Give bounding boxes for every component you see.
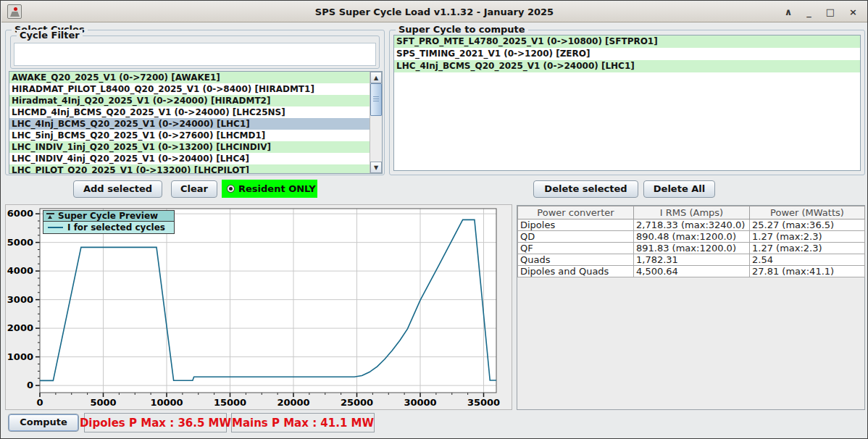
series-line-swatch (48, 227, 63, 228)
super-cycle-list: SFT_PRO_MTE_L4780_2025_V1 (0->10800) [SF… (393, 35, 861, 171)
table-cell: Quads (518, 254, 634, 266)
cycle-item[interactable]: LHC_INDIV_4inj_Q20_2025_V1 (0->20400) [L… (9, 153, 370, 164)
cycle-item[interactable]: LHCMD_4Inj_BCMS_Q20_2025_V1 (0->24000) [… (9, 106, 370, 118)
legend-header[interactable]: Super Cycle Preview (43, 211, 174, 222)
table-cell: 2,718.33 (max:3240.0) (634, 220, 750, 231)
cycle-item[interactable]: SFT_PRO_MTE_L4780_2025_V1 (0->10800) [SF… (394, 35, 860, 48)
resident-only-label: Resident ONLY (238, 183, 316, 194)
mains-pmax-badge: Mains P Max : 41.1 MW (231, 413, 375, 432)
table-cell: Dipoles (518, 220, 634, 231)
chart-legend[interactable]: Super Cycle Preview I for selected cycle… (43, 210, 175, 234)
column-header: Power converter (518, 206, 634, 220)
svg-text:30000: 30000 (404, 397, 436, 408)
scroll-down-icon[interactable]: ▼ (370, 162, 382, 173)
svg-text:6000: 6000 (7, 208, 33, 219)
column-header: I RMS (Amps) (634, 206, 750, 220)
scrollbar-thumb[interactable] (370, 83, 382, 116)
select-cycles-panel: Select Cycles Cycle Filter AWAKE_Q20_202… (5, 30, 385, 175)
maximize-icon[interactable]: □ (826, 1, 835, 22)
legend-entry[interactable]: I for selected cycles (43, 222, 174, 233)
cycle-filter-title: Cycle Filter (17, 30, 83, 41)
cycle-filter-group: Cycle Filter (10, 35, 380, 69)
svg-text:10000: 10000 (150, 397, 183, 408)
table-cell: 890.48 (max:1200.0) (634, 231, 750, 243)
window-controls: ∧ _ □ × (785, 1, 857, 22)
power-table-panel: Power converterI RMS (Amps)Power (MWatts… (517, 205, 865, 410)
table-cell: 1.27 (max:2.3) (750, 231, 865, 243)
svg-text:3000: 3000 (7, 294, 33, 305)
scroll-up-icon[interactable]: ▲ (370, 72, 382, 83)
cycle-list: AWAKE_Q20_2025_V1 (0->7200) [AWAKE1]HIRA… (9, 71, 383, 174)
table-cell: QF (518, 243, 634, 254)
table-cell: Dipoles and Quads (518, 266, 634, 277)
table-cell: 1,782.31 (634, 254, 750, 266)
legend-title: Super Cycle Preview (58, 211, 158, 222)
svg-text:1000: 1000 (7, 351, 33, 362)
table-cell: 1.27 (max:2.3) (750, 243, 865, 254)
delete-all-button[interactable]: Delete All (643, 180, 715, 198)
cycle-item[interactable]: LHC_4Inj_BCMS_Q20_2025_V1 (0->24000) [LH… (9, 118, 370, 130)
table-row[interactable]: QF891.83 (max:1200.0)1.27 (max:2.3) (518, 243, 865, 254)
table-cell: 25.27 (max:36.5) (750, 220, 865, 231)
radio-selected-icon[interactable] (227, 185, 235, 193)
cycle-list-scrollbar[interactable]: ▲ ▼ (370, 72, 382, 173)
table-cell: 4,500.64 (634, 266, 750, 277)
shade-icon[interactable]: ∧ (785, 1, 793, 22)
super-cycle-panel: Super Cycle to compute SFT_PRO_MTE_L4780… (389, 30, 865, 175)
title-bar[interactable]: SPS Super Cycle Load v1.1.32 - January 2… (1, 1, 867, 22)
svg-text:15000: 15000 (214, 397, 246, 408)
close-icon[interactable]: × (849, 1, 857, 22)
delete-selected-button[interactable]: Delete selected (533, 180, 638, 198)
svg-text:20000: 20000 (277, 397, 309, 408)
svg-text:0: 0 (36, 397, 43, 408)
power-table-header-row[interactable]: Power converterI RMS (Amps)Power (MWatts… (518, 206, 865, 220)
table-row[interactable]: Dipoles2,718.33 (max:3240.0)25.27 (max:3… (518, 220, 865, 231)
table-cell: 891.83 (max:1200.0) (634, 243, 750, 254)
add-selected-button[interactable]: Add selected (73, 180, 162, 198)
clear-button[interactable]: Clear (171, 180, 217, 198)
cycle-item[interactable]: AWAKE_Q20_2025_V1 (0->7200) [AWAKE1] (9, 72, 370, 83)
table-cell: 27.81 (max:41.1) (750, 266, 865, 277)
cycle-item[interactable]: Hiradmat_4Inj_Q20_2025_V1 (0->24000) [HI… (9, 95, 370, 106)
cycle-filter-input[interactable] (14, 43, 376, 66)
table-row[interactable]: Quads1,782.312.54 (518, 254, 865, 266)
svg-text:4000: 4000 (7, 265, 33, 276)
power-table: Power converterI RMS (Amps)Power (MWatts… (517, 206, 865, 277)
table-row[interactable]: QD890.48 (max:1200.0)1.27 (max:2.3) (518, 231, 865, 243)
super-cycle-title: Super Cycle to compute (396, 24, 528, 35)
cycle-list-rows: AWAKE_Q20_2025_V1 (0->7200) [AWAKE1]HIRA… (9, 72, 370, 173)
collapse-icon[interactable] (46, 213, 54, 220)
cycle-item[interactable]: HIRADMAT_PILOT_L8400_Q20_2025_V1 (0->840… (9, 83, 370, 95)
app-window: SPS Super Cycle Load v1.1.32 - January 2… (0, 0, 868, 439)
column-header: Power (MWatts) (750, 206, 865, 220)
resident-only-toggle[interactable]: Resident ONLY (222, 180, 317, 198)
compute-button[interactable]: Compute (8, 414, 79, 432)
cycle-item[interactable]: LHC_4Inj_BCMS_Q20_2025_V1 (0->24000) [LH… (394, 60, 860, 72)
super-cycle-chart: 0500010000150002000025000300003500001000… (5, 204, 512, 410)
svg-text:25000: 25000 (341, 397, 373, 408)
minimize-icon[interactable]: _ (806, 1, 811, 22)
table-cell: QD (518, 231, 634, 243)
chart-svg: 0500010000150002000025000300003500001000… (6, 205, 512, 409)
table-row[interactable]: Dipoles and Quads4,500.6427.81 (max:41.1… (518, 266, 865, 277)
dipoles-pmax-badge: Dipoles P Max : 36.5 MW (84, 413, 227, 432)
table-cell: 2.54 (750, 254, 865, 266)
cycle-item[interactable]: LHC_PILOT_Q20_2025_V1 (0->13200) [LHCPIL… (9, 164, 370, 174)
cycle-item[interactable]: SPS_TIMING_2021_V1 (0->1200) [ZERO] (394, 48, 860, 60)
svg-text:0: 0 (27, 380, 33, 390)
svg-text:35000: 35000 (467, 397, 500, 408)
legend-entry-label: I for selected cycles (67, 222, 165, 233)
svg-text:2000: 2000 (7, 322, 33, 333)
window-title: SPS Super Cycle Load v1.1.32 - January 2… (1, 7, 867, 17)
cycle-item[interactable]: LHC_5inj_BCMS_Q20_2025_V1 (0->27600) [LH… (9, 130, 370, 141)
svg-text:5000: 5000 (90, 397, 116, 408)
cycle-item[interactable]: LHC_INDIV_1inj_Q20_2025_V1 (0->13200) [L… (9, 141, 370, 153)
svg-text:5000: 5000 (7, 237, 33, 248)
